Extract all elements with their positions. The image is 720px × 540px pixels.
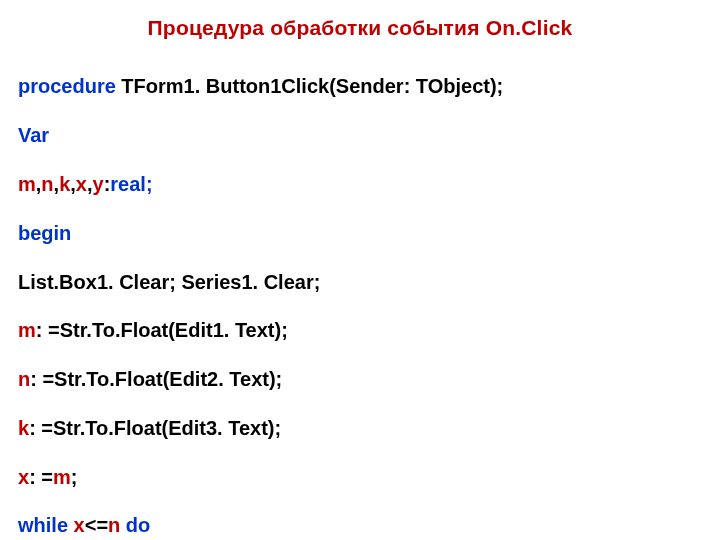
code-line: k: =Str.To.Float(Edit3. Text);	[18, 416, 702, 440]
var: m	[18, 173, 36, 195]
var: k	[18, 417, 29, 439]
keyword: procedure	[18, 75, 116, 97]
code-line: m: =Str.To.Float(Edit1. Text);	[18, 318, 702, 342]
code-text: ;	[71, 466, 78, 488]
code-text: : =	[29, 466, 53, 488]
keyword: while	[18, 514, 74, 536]
var: k	[59, 173, 70, 195]
code-text: : =Str.To.Float(Edit1. Text);	[36, 319, 288, 341]
var: n	[108, 514, 120, 536]
code-line: Var	[18, 123, 702, 147]
code-block: procedure TForm1. Button1Click(Sender: T…	[18, 50, 702, 540]
code-line: List.Box1. Clear; Series1. Clear;	[18, 270, 702, 294]
code-line: n: =Str.To.Float(Edit2. Text);	[18, 367, 702, 391]
var: y	[93, 173, 104, 195]
keyword: Var	[18, 124, 49, 146]
var: x	[76, 173, 87, 195]
code-text: <=	[85, 514, 108, 536]
code-line: x: =m;	[18, 465, 702, 489]
var: m	[53, 466, 71, 488]
keyword: begin	[18, 222, 71, 244]
keyword: do	[120, 514, 150, 536]
var: n	[41, 173, 53, 195]
code-text: : =Str.To.Float(Edit2. Text);	[30, 368, 282, 390]
var: m	[18, 319, 36, 341]
code-text: : =Str.To.Float(Edit3. Text);	[29, 417, 281, 439]
code-line: begin	[18, 221, 702, 245]
slide-title: Процедура обработки события On.Click	[18, 16, 702, 40]
var: x	[74, 514, 85, 536]
slide: Процедура обработки события On.Click pro…	[0, 0, 720, 540]
var: n	[18, 368, 30, 390]
code-line: m,n,k,x,y:real;	[18, 172, 702, 196]
code-text: List.Box1. Clear; Series1. Clear;	[18, 271, 320, 293]
keyword: real;	[110, 173, 152, 195]
code-line: while x<=n do	[18, 513, 702, 537]
code-text: TForm1. Button1Click(Sender: TObject);	[116, 75, 503, 97]
var: x	[18, 466, 29, 488]
code-line: procedure TForm1. Button1Click(Sender: T…	[18, 74, 702, 98]
